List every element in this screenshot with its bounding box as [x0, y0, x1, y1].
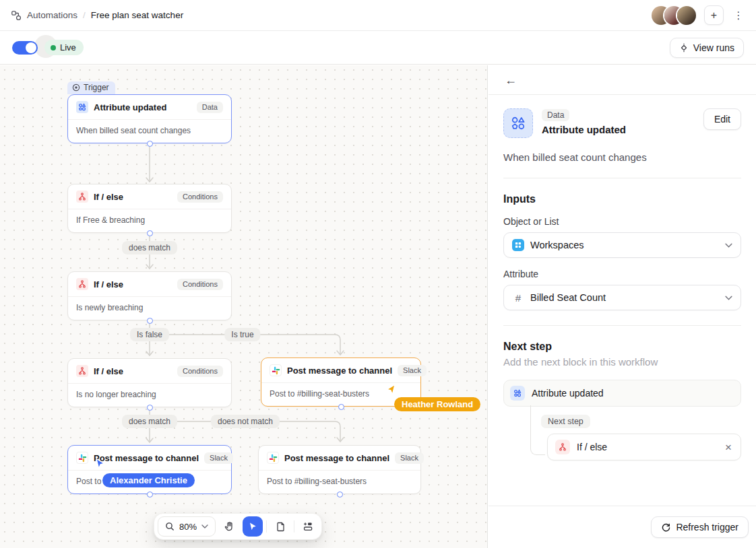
node-ifelse-no-longer-breaching[interactable]: If / else Conditions Is no longer breach…	[67, 358, 232, 407]
attribute-select[interactable]: # Billed Seat Count	[503, 285, 741, 310]
node-slack-post-right[interactable]: Post message to channel Slack Post to #b…	[258, 445, 421, 494]
hand-icon	[224, 521, 234, 532]
cursor-icon-orange	[385, 384, 397, 395]
chevron-down-icon	[201, 524, 208, 528]
notes-tool-button[interactable]	[270, 516, 290, 537]
avatar[interactable]	[677, 6, 696, 25]
collaborator-label-orange: Heather Rowland	[394, 397, 480, 411]
node-title: Post message to channel	[94, 453, 199, 463]
breadcrumb-section[interactable]: Automations	[27, 10, 77, 20]
object-list-value: Workspaces	[530, 240, 719, 250]
connector-dot[interactable]	[338, 404, 344, 410]
insert-block-icon	[303, 521, 313, 532]
node-header: Post message to channel Slack	[259, 446, 420, 471]
trigger-tab: Trigger	[67, 81, 115, 94]
inputs-heading: Inputs	[503, 193, 741, 205]
add-collaborator-button[interactable]: +	[704, 5, 724, 25]
node-badge: Slack	[398, 365, 427, 376]
breadcrumb-title[interactable]: Free plan seat watcher	[91, 10, 183, 20]
back-icon[interactable]: ←	[505, 74, 517, 86]
zoom-control[interactable]: 80%	[158, 516, 216, 537]
node-title: If / else	[94, 366, 172, 376]
node-trigger-attribute-updated[interactable]: Attribute updated Data When billed seat …	[67, 94, 232, 143]
refresh-icon	[661, 522, 670, 532]
magnifier-icon	[165, 522, 175, 531]
node-header: If / else Conditions	[68, 359, 231, 384]
collaborator-avatars	[652, 6, 696, 25]
node-header: If / else Conditions	[68, 272, 231, 297]
collaborator-label-blue: Alexander Christie	[102, 473, 195, 487]
connector-dot[interactable]	[147, 405, 153, 411]
attribute-icon	[510, 386, 525, 401]
live-label: Live	[60, 42, 76, 53]
toolbar-divider	[266, 520, 267, 533]
refresh-trigger-button[interactable]: Refresh trigger	[651, 516, 749, 538]
node-title: If / else	[94, 192, 172, 202]
node-badge: Slack	[204, 452, 233, 464]
top-bar: Automations / Free plan seat watcher + ⋮	[0, 0, 756, 31]
parent-block-title: Attribute updated	[532, 388, 734, 399]
trigger-tab-label: Trigger	[84, 83, 109, 92]
branch-icon	[76, 365, 88, 377]
block-summary: Data Attribute updated Edit	[503, 108, 741, 138]
connector-dot[interactable]	[147, 141, 153, 147]
panel-footer: Refresh trigger	[489, 506, 756, 548]
chevron-down-icon	[725, 296, 732, 300]
node-badge: Conditions	[177, 279, 223, 290]
pointer-icon	[248, 522, 257, 531]
status-badge: Live	[44, 40, 84, 55]
more-options-button[interactable]: ⋮	[732, 5, 745, 25]
attribute-label: Attribute	[503, 269, 741, 279]
document-icon	[276, 522, 286, 532]
child-block-title: If / else	[577, 442, 717, 452]
node-description: If Free & breaching	[68, 209, 231, 232]
edge-label-is-true: Is true	[224, 328, 260, 341]
slack-icon	[76, 452, 88, 464]
tree-connector	[530, 405, 545, 455]
panel-header-bar: ←	[489, 65, 756, 95]
edit-button[interactable]: Edit	[703, 108, 741, 130]
divider	[503, 325, 741, 326]
close-icon[interactable]: ×	[724, 442, 733, 453]
node-ifelse-free-breaching[interactable]: If / else Conditions If Free & breaching	[67, 184, 232, 233]
next-step-child-block[interactable]: If / else ×	[547, 434, 741, 460]
cursor-icon-blue	[94, 458, 106, 469]
insert-block-button[interactable]	[298, 516, 318, 537]
workflow-canvas[interactable]: Trigger Attribute updated Data When bill…	[0, 65, 488, 548]
object-list-select[interactable]: Workspaces	[503, 232, 741, 258]
zoom-level: 80%	[179, 522, 197, 532]
node-title: If / else	[94, 279, 172, 289]
connector-dot[interactable]	[147, 491, 153, 498]
view-runs-button[interactable]: View runs	[670, 38, 744, 58]
slack-icon	[267, 452, 279, 464]
block-summary-text: Data Attribute updated	[542, 108, 703, 135]
refresh-trigger-label: Refresh trigger	[676, 522, 738, 533]
edge-label-does-match: does match	[122, 241, 177, 254]
top-bar-actions: + ⋮	[652, 5, 745, 25]
automation-builder-app: Automations / Free plan seat watcher + ⋮…	[0, 0, 756, 548]
node-description: When billed seat count changes	[68, 120, 231, 143]
pan-tool-button[interactable]	[219, 516, 239, 537]
next-step-parent-block[interactable]: Attribute updated	[503, 380, 741, 407]
live-dot-icon	[51, 45, 56, 50]
automations-icon	[11, 10, 22, 21]
chevron-down-icon	[725, 243, 732, 248]
workspaces-icon	[512, 239, 524, 251]
node-ifelse-newly-breaching[interactable]: If / else Conditions Is newly breaching	[67, 271, 232, 320]
live-toggle[interactable]	[12, 41, 38, 55]
next-step-tree: Next step If / else ×	[530, 407, 741, 460]
attribute-updated-icon	[503, 108, 533, 138]
node-title: Post message to channel	[287, 366, 392, 376]
branch-icon	[555, 440, 570, 454]
kebab-icon: ⋮	[734, 9, 744, 22]
connector-dot[interactable]	[147, 318, 153, 324]
toggle-knob	[26, 42, 36, 53]
select-tool-button[interactable]	[243, 516, 263, 537]
connector-dot[interactable]	[147, 230, 153, 236]
node-header: Post message to channel Slack	[261, 358, 420, 383]
connector-dot[interactable]	[337, 491, 343, 498]
node-badge: Data	[197, 102, 223, 113]
branch-icon	[76, 191, 88, 203]
attribute-value: Billed Seat Count	[530, 292, 719, 303]
node-header: If / else Conditions	[68, 184, 231, 209]
